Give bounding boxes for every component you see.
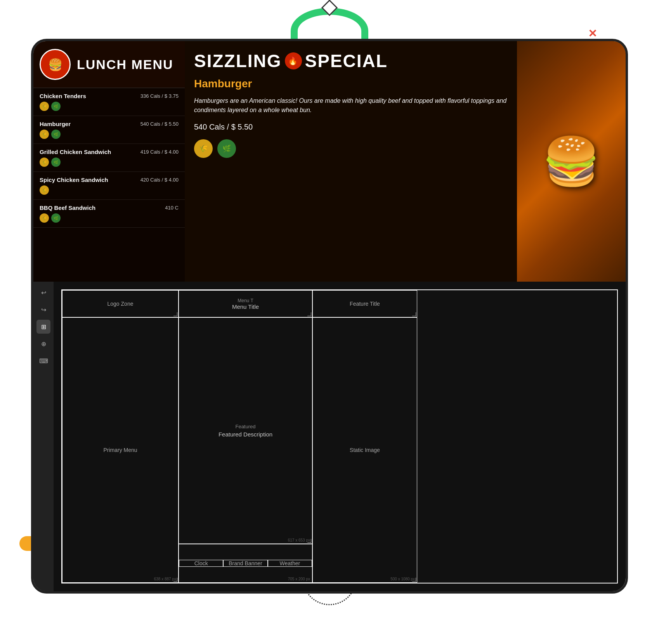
feature-title-zone[interactable]: Feature Title [312, 290, 417, 317]
redo-button[interactable]: ↪ [36, 303, 50, 317]
item-badges: 🌾 [40, 185, 179, 195]
close-icon: ✕ [588, 27, 597, 40]
lunch-menu-app: LUNCH MENU Chicken Tenders 336 Cals / $ … [33, 41, 626, 282]
list-item[interactable]: Grilled Chicken Sandwich 419 Cals / $ 4.… [33, 144, 185, 172]
featured-description-label: Featured Description [219, 431, 272, 438]
feature-description: Hamburgers are an American classic! Ours… [194, 96, 508, 115]
feature-price: 540 Cals / $ 5.50 [194, 123, 508, 132]
list-item[interactable]: Spicy Chicken Sandwich 420 Cals / $ 4.00… [33, 172, 185, 200]
restaurant-logo [40, 49, 71, 80]
feature-wheat-badge: 🌾 [194, 139, 213, 158]
featured-small-label: Featured [219, 424, 272, 429]
item-name: Grilled Chicken Sandwich [40, 149, 111, 155]
wireframe-grid: Logo Zone Menu T Menu Title Feature Titl… [61, 289, 618, 583]
separator: / [227, 123, 231, 131]
clock-zone[interactable]: Clock [179, 560, 223, 567]
device-frame: LUNCH MENU Chicken Tenders 336 Cals / $ … [31, 39, 628, 594]
flame-icon: 🔥 [285, 52, 302, 69]
resize-handle[interactable] [307, 539, 311, 543]
sizzling-special-header: SIZZLING 🔥 SPECIAL [194, 50, 508, 71]
item-badges: 🌾 🌿 [40, 130, 179, 139]
item-badges: 🌾 🌿 [40, 213, 179, 223]
resize-handle[interactable] [173, 312, 177, 316]
grid-button[interactable]: ⊞ [36, 320, 50, 334]
keyboard-button[interactable]: ⌨ [36, 354, 50, 368]
list-item[interactable]: BBQ Beef Sandwich 410 C 🌾 🌿 [33, 200, 185, 228]
item-name: Chicken Tenders [40, 93, 86, 99]
price-value: $ 5.50 [231, 123, 253, 131]
menu-title-label: Menu Title [232, 303, 259, 310]
resize-handle[interactable] [173, 578, 177, 582]
feature-item-name: Hamburger [194, 78, 508, 90]
featured-size: 617 x 653 px [288, 538, 310, 542]
feature-cals: 540 Cals [194, 123, 225, 131]
wheat-badge: 🌾 [40, 213, 49, 223]
logo-zone[interactable]: Logo Zone [62, 290, 179, 317]
menu-title: LUNCH MENU [77, 57, 173, 72]
static-image-size: 500 x 1080 px [390, 577, 415, 581]
wheat-badge: 🌾 [40, 102, 49, 111]
feature-title-label: Feature Title [350, 301, 380, 307]
feature-leaf-badge: 🌿 [217, 139, 236, 158]
bottom-bar-zone: Clock Brand Banner Weather 705 x 200 px [179, 544, 312, 583]
item-name: Spicy Chicken Sandwich [40, 177, 108, 183]
editor-section: ↩ ↪ ⊞ ⊕ ⌨ Logo Zone Menu T Menu Title Fe… [33, 282, 626, 591]
static-image-label: Static Image [350, 447, 380, 453]
burger-image: 🍔 [542, 134, 600, 189]
magnet-button[interactable]: ⊕ [36, 337, 50, 351]
primary-menu-zone[interactable]: Primary Menu 638 x 887 px [62, 317, 179, 583]
menu-title-zone[interactable]: Menu T Menu Title [179, 290, 312, 317]
item-name: BBQ Beef Sandwich [40, 204, 95, 211]
burger-image-panel: 🍔 [517, 41, 626, 282]
bottom-bar-size: 705 x 200 px [288, 577, 310, 581]
resize-handle[interactable] [412, 312, 416, 316]
item-badges: 🌾 🌿 [40, 158, 179, 167]
menu-header: LUNCH MENU [33, 41, 185, 88]
leaf-badge: 🌿 [51, 102, 61, 111]
item-info: 419 Cals / $ 4.00 [140, 149, 179, 155]
diamond-icon [321, 0, 338, 16]
leaf-badge: 🌿 [51, 158, 61, 167]
menu-list-panel: LUNCH MENU Chicken Tenders 336 Cals / $ … [33, 41, 185, 282]
logo-zone-label: Logo Zone [108, 301, 134, 307]
weather-zone[interactable]: Weather [268, 560, 312, 567]
list-item[interactable]: Chicken Tenders 336 Cals / $ 3.75 🌾 🌿 [33, 88, 185, 116]
menu-t-prefix: Menu T [232, 298, 259, 303]
list-item[interactable]: Hamburger 540 Cals / $ 5.50 🌾 🌿 [33, 116, 185, 144]
resize-handle[interactable] [412, 578, 416, 582]
primary-menu-size: 638 x 887 px [154, 577, 176, 581]
feature-badges: 🌾 🌿 [194, 139, 508, 158]
brand-banner-label: Brand Banner [229, 560, 262, 566]
brand-banner-zone[interactable]: Brand Banner [223, 560, 267, 567]
sizzling-text: SIZZLING [194, 50, 282, 71]
wheat-badge: 🌾 [40, 185, 49, 195]
editor-sidebar: ↩ ↪ ⊞ ⊕ ⌨ [33, 282, 54, 591]
menu-items-list: Chicken Tenders 336 Cals / $ 3.75 🌾 🌿 Ha… [33, 88, 185, 282]
item-name: Hamburger [40, 121, 71, 127]
item-info: 540 Cals / $ 5.50 [140, 121, 179, 127]
resize-handle[interactable] [307, 312, 311, 316]
primary-menu-label: Primary Menu [103, 447, 137, 453]
wheat-badge: 🌾 [40, 130, 49, 139]
weather-label: Weather [279, 560, 300, 566]
featured-zone[interactable]: Featured Featured Description 617 x 653 … [179, 317, 312, 544]
wheat-badge: 🌾 [40, 158, 49, 167]
clock-label: Clock [194, 560, 208, 566]
item-info: 420 Cals / $ 4.00 [140, 177, 179, 183]
leaf-badge: 🌿 [51, 130, 61, 139]
leaf-badge: 🌿 [51, 213, 61, 223]
item-info: 336 Cals / $ 3.75 [140, 93, 179, 99]
featured-inner: Featured Featured Description [219, 424, 272, 438]
feature-panel: SIZZLING 🔥 SPECIAL Hamburger Hamburgers … [185, 41, 517, 282]
static-image-zone[interactable]: Static Image 500 x 1080 px [312, 317, 417, 583]
undo-button[interactable]: ↩ [36, 286, 50, 299]
item-info: 410 C [165, 205, 179, 211]
special-text: SPECIAL [305, 50, 388, 71]
item-badges: 🌾 🌿 [40, 102, 179, 111]
burger-photo: 🍔 [517, 41, 626, 282]
menu-title-labels: Menu T Menu Title [232, 298, 259, 310]
